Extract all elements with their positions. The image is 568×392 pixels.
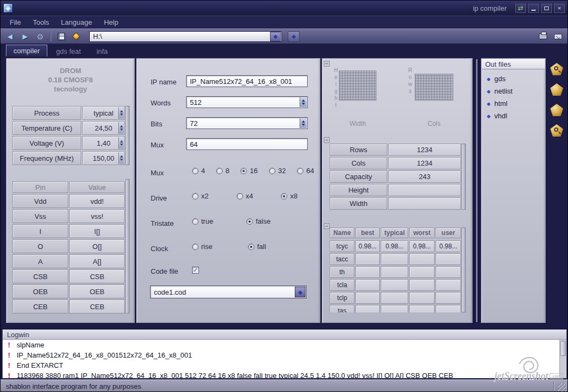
collapse-dims-icon[interactable]: − bbox=[324, 137, 330, 143]
logwin-header[interactable]: Logwin bbox=[3, 330, 566, 340]
tab-gds-feat[interactable]: gds feat bbox=[49, 46, 88, 56]
table-scrollbar[interactable] bbox=[125, 106, 130, 165]
radio-icon[interactable] bbox=[192, 244, 198, 250]
timing-value[interactable] bbox=[436, 305, 461, 312]
dims-value[interactable]: 1234 bbox=[388, 157, 461, 169]
log-scrollbar[interactable] bbox=[559, 340, 566, 378]
timing-value[interactable] bbox=[356, 292, 380, 304]
radio-selected-icon[interactable] bbox=[246, 218, 253, 225]
process-value[interactable]: 24,50 bbox=[82, 121, 125, 135]
drive-option-x2[interactable]: x2 bbox=[192, 192, 209, 200]
code-file-combo[interactable]: code1.cod ◆ bbox=[150, 286, 307, 298]
path-dropdown-button[interactable]: ◆ bbox=[270, 32, 281, 41]
radio-icon[interactable] bbox=[216, 168, 223, 174]
path-input[interactable]: H:\ bbox=[90, 32, 270, 40]
table-scrollbar[interactable] bbox=[461, 144, 466, 210]
side-folder-button[interactable] bbox=[550, 83, 564, 96]
bits-combo[interactable]: 72 bbox=[186, 117, 308, 129]
spinner-icon[interactable] bbox=[300, 97, 307, 107]
drive-option-x4[interactable]: x4 bbox=[237, 192, 253, 200]
log-entry[interactable]: !slpName bbox=[3, 340, 566, 350]
collapse-charts-icon[interactable]: − bbox=[324, 61, 330, 67]
log-entry[interactable]: !1183968 3880 ram1 IP_Name512x72_64_16_x… bbox=[3, 370, 566, 379]
pin-value[interactable]: CEB bbox=[69, 300, 125, 313]
timing-value[interactable] bbox=[409, 253, 435, 265]
log-entry[interactable]: !IP_Name512x72_64_16_x8_001512x72_64_16_… bbox=[3, 350, 566, 360]
timing-value[interactable] bbox=[356, 305, 380, 312]
spinner-icon[interactable] bbox=[118, 107, 124, 119]
export-button[interactable] bbox=[552, 31, 564, 42]
pin-value[interactable]: A[] bbox=[69, 254, 125, 268]
timing-value[interactable] bbox=[409, 292, 435, 304]
timing-value[interactable] bbox=[409, 305, 435, 312]
log-entry[interactable]: !End EXTARCT bbox=[3, 360, 566, 370]
mux-option-16[interactable]: 16 bbox=[240, 167, 257, 175]
menu-tools[interactable]: Tools bbox=[27, 16, 55, 28]
mux-option-4[interactable]: 4 bbox=[192, 167, 205, 175]
menu-help[interactable]: Help bbox=[98, 16, 124, 28]
spinner-icon[interactable] bbox=[118, 152, 124, 164]
tab-infa[interactable]: infa bbox=[89, 46, 115, 56]
collapse-timing-icon[interactable]: − bbox=[324, 223, 330, 229]
timing-value[interactable] bbox=[409, 279, 435, 291]
process-value[interactable]: 150,00 bbox=[82, 151, 125, 165]
timing-value[interactable]: 0.98... bbox=[436, 240, 461, 252]
timing-value[interactable]: 0.98... bbox=[409, 240, 435, 252]
timing-value[interactable] bbox=[381, 279, 408, 291]
timing-value[interactable] bbox=[381, 292, 408, 304]
maximize-button[interactable] bbox=[541, 4, 552, 13]
nav-forward-button[interactable]: ▶ bbox=[19, 31, 31, 42]
table-scrollbar[interactable] bbox=[125, 179, 130, 313]
pin-value[interactable]: OEB bbox=[69, 284, 125, 298]
timing-value[interactable] bbox=[436, 279, 461, 291]
mux-option-32[interactable]: 32 bbox=[269, 167, 286, 175]
pin-value[interactable]: I[] bbox=[69, 224, 125, 238]
radio-selected-icon[interactable] bbox=[248, 244, 254, 250]
mux-option-64[interactable]: 64 bbox=[297, 167, 314, 175]
side-badge-button[interactable] bbox=[550, 103, 564, 117]
mux-input[interactable]: 64 bbox=[186, 138, 308, 150]
timing-value[interactable] bbox=[436, 253, 461, 265]
radio-icon[interactable] bbox=[192, 218, 198, 225]
radio-icon[interactable] bbox=[297, 168, 303, 174]
clock-option-fall[interactable]: fall bbox=[248, 243, 266, 251]
out-file-html[interactable]: ◆html bbox=[484, 97, 543, 110]
go-button[interactable]: ◆ bbox=[288, 31, 300, 42]
out-file-gds[interactable]: ◆gds bbox=[484, 73, 543, 85]
side-search-button-2[interactable] bbox=[550, 124, 564, 137]
timing-value[interactable] bbox=[356, 279, 380, 291]
minimize-button[interactable] bbox=[528, 4, 539, 13]
code-file-checkbox[interactable]: ✓ bbox=[192, 267, 199, 274]
timing-value[interactable] bbox=[409, 266, 435, 278]
timing-value[interactable] bbox=[356, 253, 380, 265]
radio-icon[interactable] bbox=[237, 193, 243, 199]
radio-icon[interactable] bbox=[269, 168, 275, 174]
clock-option-rise[interactable]: rise bbox=[192, 243, 212, 251]
menu-language[interactable]: Language bbox=[55, 16, 98, 28]
side-search-button[interactable] bbox=[550, 62, 564, 76]
code-file-dropdown-button[interactable]: ◆ bbox=[295, 287, 306, 297]
dims-value[interactable]: 1234 bbox=[388, 144, 461, 156]
history-button[interactable]: ⊙ bbox=[34, 31, 46, 42]
run-button[interactable] bbox=[70, 31, 82, 42]
pin-value[interactable]: vss! bbox=[69, 209, 125, 223]
print-button[interactable] bbox=[537, 31, 549, 42]
pin-value[interactable]: vdd! bbox=[69, 194, 125, 208]
timing-value[interactable] bbox=[381, 305, 408, 312]
tab-compiler[interactable]: compiler bbox=[6, 45, 47, 56]
pin-value[interactable]: CSB bbox=[69, 269, 125, 283]
out-file-netlist[interactable]: ◆netlist bbox=[484, 85, 543, 97]
spinner-icon[interactable] bbox=[118, 137, 124, 149]
radio-selected-icon[interactable] bbox=[240, 168, 247, 174]
nav-back-button[interactable]: ◀ bbox=[4, 31, 16, 42]
resize-grip[interactable] bbox=[558, 383, 566, 391]
vertical-scrollbar[interactable] bbox=[474, 58, 480, 323]
timing-value[interactable] bbox=[381, 253, 408, 265]
tristate-option-false[interactable]: false bbox=[246, 217, 270, 225]
out-file-vhdl[interactable]: ◆vhdl bbox=[484, 110, 543, 122]
dims-value[interactable] bbox=[388, 197, 461, 210]
dims-value[interactable] bbox=[388, 184, 461, 196]
timing-value[interactable] bbox=[436, 292, 461, 304]
pin-value[interactable]: O[] bbox=[69, 239, 125, 253]
process-value[interactable]: typical bbox=[82, 106, 125, 120]
